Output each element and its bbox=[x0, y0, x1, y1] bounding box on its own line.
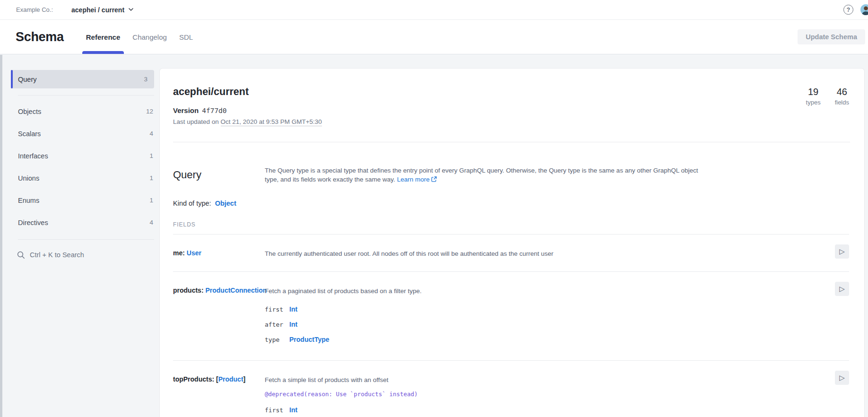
sidebar-list: Objects 12 Scalars 4 Interfaces 1 Unions… bbox=[0, 96, 160, 234]
tab-bar: Reference Changelog SDL bbox=[80, 20, 199, 54]
page-header: Schema Reference Changelog SDL Update Sc… bbox=[0, 20, 868, 54]
sidebar-item-enums[interactable]: Enums 1 bbox=[0, 189, 160, 211]
argument-type-link[interactable]: Int bbox=[289, 321, 297, 328]
schema-reference-card: acephei/current Version4f77d0 Last updat… bbox=[160, 69, 864, 417]
type-description: The Query type is a special type that de… bbox=[265, 166, 709, 184]
graph-selector-label: acephei / current bbox=[71, 6, 124, 14]
run-in-explorer-button[interactable]: ▷ bbox=[835, 282, 849, 296]
field-name: topProducts: bbox=[173, 375, 214, 383]
tab-changelog-label: Changelog bbox=[132, 33, 167, 41]
fields-heading: FIELDS bbox=[173, 221, 849, 228]
external-link-icon bbox=[431, 175, 437, 184]
argument-row: after Int bbox=[265, 317, 821, 332]
field-signature: topProducts: [Product] bbox=[173, 374, 265, 417]
last-updated-date: Oct 21, 2020 at 9:53 PM GMT+5:30 bbox=[221, 118, 322, 126]
sidebar-item-objects[interactable]: Objects 12 bbox=[0, 100, 160, 122]
field-arguments: first Int after Int type ProductType bbox=[265, 302, 821, 347]
field-row-topproducts: topProducts: [Product] Fetch a simple li… bbox=[173, 361, 849, 417]
field-description: Fetch a simple list of products with an … bbox=[265, 374, 690, 385]
last-updated-line: Last updated on Oct 21, 2020 at 9:53 PM … bbox=[173, 118, 850, 126]
sidebar-item-count: 1 bbox=[149, 152, 160, 159]
sidebar-item-label: Unions bbox=[18, 174, 39, 182]
stat-label: fields bbox=[835, 99, 849, 106]
sidebar-item-interfaces[interactable]: Interfaces 1 bbox=[0, 145, 160, 167]
tab-sdl[interactable]: SDL bbox=[173, 20, 199, 54]
type-header: Query The Query type is a special type t… bbox=[173, 166, 849, 184]
tab-reference-label: Reference bbox=[86, 33, 121, 41]
deprecated-directive: @deprecated(reason: Use `products` inste… bbox=[265, 391, 821, 398]
sidebar-item-scalars[interactable]: Scalars 4 bbox=[0, 122, 160, 145]
run-in-explorer-button[interactable]: ▷ bbox=[835, 371, 849, 385]
search-icon bbox=[17, 251, 25, 259]
argument-name: first bbox=[265, 306, 289, 313]
argument-name: after bbox=[265, 321, 289, 328]
argument-row: first Int bbox=[265, 402, 821, 417]
run-in-explorer-button[interactable]: ▷ bbox=[835, 244, 849, 259]
learn-more-link[interactable]: Learn more bbox=[397, 176, 430, 183]
stat-value: 19 bbox=[806, 87, 821, 97]
stat-types: 19 types bbox=[806, 87, 821, 106]
sidebar-item-directives[interactable]: Directives 4 bbox=[0, 211, 160, 234]
field-type-link[interactable]: ProductConnection bbox=[205, 287, 267, 294]
sidebar-item-label: Interfaces bbox=[18, 152, 48, 160]
stat-fields: 46 fields bbox=[835, 87, 849, 106]
sidebar-item-label: Objects bbox=[18, 108, 41, 115]
sidebar-item-count: 3 bbox=[144, 76, 154, 83]
schema-stats: 19 types 46 fields bbox=[806, 87, 849, 106]
graph-title: acephei/current bbox=[173, 86, 850, 98]
argument-row: type ProductType bbox=[265, 332, 821, 347]
sidebar-item-label: Scalars bbox=[18, 130, 41, 138]
version-label: Version bbox=[173, 106, 199, 114]
argument-type-link[interactable]: Int bbox=[289, 305, 297, 313]
argument-type-link[interactable]: Int bbox=[289, 406, 297, 414]
field-body: Fetch a simple list of products with an … bbox=[265, 374, 849, 417]
sidebar-item-label: Enums bbox=[18, 197, 39, 204]
type-name: Query bbox=[173, 169, 265, 181]
sidebar-item-count: 4 bbox=[149, 219, 160, 226]
field-type-suffix: ] bbox=[243, 375, 246, 383]
argument-name: first bbox=[265, 407, 289, 414]
tab-sdl-label: SDL bbox=[179, 33, 193, 41]
sidebar-item-label: Query bbox=[11, 76, 37, 83]
kind-of-type-line: Kind of type: Object bbox=[173, 200, 849, 207]
sidebar-item-label: Directives bbox=[18, 219, 48, 226]
graph-selector[interactable]: acephei / current bbox=[71, 6, 133, 14]
update-schema-button[interactable]: Update Schema bbox=[798, 29, 865, 44]
field-name: products: bbox=[173, 287, 204, 294]
version-value: 4f77d0 bbox=[202, 107, 226, 114]
field-type-link[interactable]: Product bbox=[218, 375, 243, 383]
argument-row: first Int bbox=[265, 302, 821, 317]
sidebar-item-unions[interactable]: Unions 1 bbox=[0, 167, 160, 189]
search-hint: Ctrl + K to Search bbox=[30, 251, 84, 259]
field-row-me: me: User The currently authenticated use… bbox=[173, 235, 849, 272]
topbar-right-group: ? bbox=[843, 0, 868, 19]
field-body: Fetch a paginated list of products based… bbox=[265, 285, 849, 347]
tab-changelog[interactable]: Changelog bbox=[126, 20, 173, 54]
graph-summary: acephei/current Version4f77d0 Last updat… bbox=[160, 69, 864, 142]
tab-reference[interactable]: Reference bbox=[80, 20, 127, 54]
help-icon[interactable]: ? bbox=[843, 5, 853, 15]
field-name: me: bbox=[173, 249, 185, 257]
chevron-down-icon bbox=[129, 8, 133, 11]
sidebar-item-count: 4 bbox=[149, 130, 160, 137]
field-arguments: first Int bbox=[265, 402, 821, 417]
sidebar-item-query[interactable]: Query 3 bbox=[11, 70, 154, 88]
type-description-text: The Query type is a special type that de… bbox=[265, 167, 698, 183]
field-row-products: products: ProductConnection Fetch a pagi… bbox=[173, 272, 849, 361]
user-avatar[interactable] bbox=[860, 4, 868, 15]
stat-value: 46 bbox=[835, 87, 849, 97]
argument-type-link[interactable]: ProductType bbox=[289, 336, 330, 343]
sidebar-item-count: 1 bbox=[149, 197, 160, 204]
kind-value-link[interactable]: Object bbox=[215, 200, 236, 207]
sidebar-item-count: 12 bbox=[146, 108, 160, 115]
version-line: Version4f77d0 bbox=[173, 106, 850, 115]
search-input[interactable]: Ctrl + K to Search bbox=[0, 240, 160, 270]
page-title: Schema bbox=[16, 30, 64, 44]
field-body: The currently authenticated user root. A… bbox=[265, 247, 849, 259]
field-type-link[interactable]: User bbox=[187, 249, 201, 257]
schema-type-sidebar: Query 3 Objects 12 Scalars 4 Interfaces … bbox=[0, 55, 160, 270]
field-signature: me: User bbox=[173, 247, 265, 259]
field-signature: products: ProductConnection bbox=[173, 285, 265, 347]
kind-label: Kind of type: bbox=[173, 200, 211, 207]
last-updated-prefix: Last updated on bbox=[173, 118, 221, 125]
